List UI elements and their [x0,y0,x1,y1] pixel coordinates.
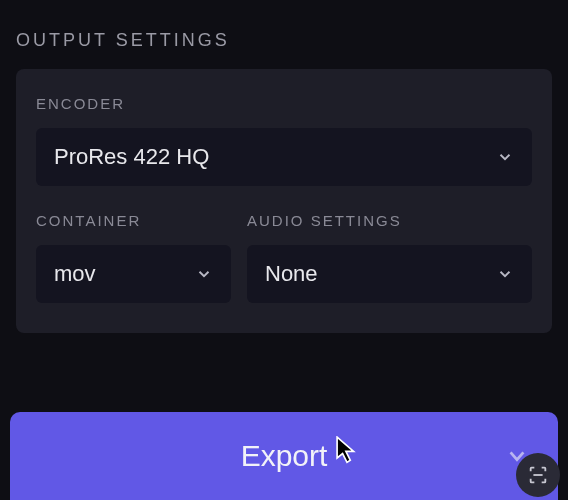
container-label: CONTAINER [36,212,231,229]
audio-settings-dropdown[interactable]: None [247,245,532,303]
encoder-label: ENCODER [36,95,532,112]
audio-settings-value: None [265,261,318,287]
chevron-down-icon [195,265,213,283]
chevron-down-icon [496,148,514,166]
export-label: Export [241,439,328,473]
container-value: mov [54,261,96,287]
output-settings-title: OUTPUT SETTINGS [0,0,568,69]
export-button[interactable]: Export [10,412,558,500]
encoder-dropdown[interactable]: ProRes 422 HQ [36,128,532,186]
audio-settings-label: AUDIO SETTINGS [247,212,532,229]
container-dropdown[interactable]: mov [36,245,231,303]
chevron-down-icon [496,265,514,283]
encoder-value: ProRes 422 HQ [54,144,209,170]
capture-fab-button[interactable] [516,453,560,497]
output-settings-panel: ENCODER ProRes 422 HQ CONTAINER mov AUDI… [16,69,552,333]
capture-icon [527,464,549,486]
